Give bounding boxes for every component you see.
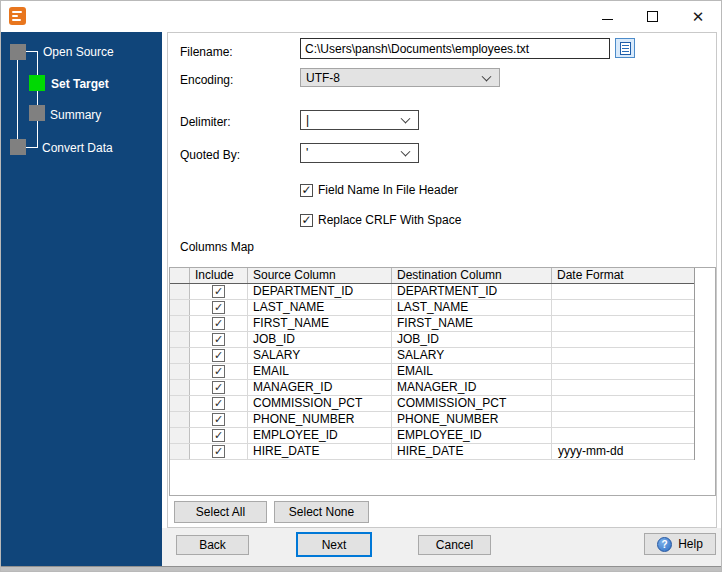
back-button[interactable]: Back (176, 535, 249, 555)
table-row: ✓SALARYSALARY (170, 348, 694, 364)
row-selector-cell[interactable] (170, 300, 190, 315)
encoding-label: Encoding: (180, 73, 233, 87)
source-column-cell[interactable]: COMMISSION_PCT (248, 396, 392, 411)
table-row: ✓EMAILEMAIL (170, 364, 694, 380)
row-selector-cell[interactable] (170, 348, 190, 363)
maximize-button[interactable] (635, 1, 669, 32)
minimize-button[interactable] (590, 1, 624, 32)
source-column-cell[interactable]: SALARY (248, 348, 392, 363)
include-checkbox[interactable]: ✓ (212, 381, 225, 394)
row-selector-cell[interactable] (170, 412, 190, 427)
date-format-cell[interactable] (552, 396, 694, 411)
date-format-header[interactable]: Date Format (552, 268, 694, 283)
destination-column-cell[interactable]: COMMISSION_PCT (392, 396, 552, 411)
source-column-cell[interactable]: LAST_NAME (248, 300, 392, 315)
destination-column-cell[interactable]: EMPLOYEE_ID (392, 428, 552, 443)
date-format-cell[interactable] (552, 316, 694, 331)
date-format-cell[interactable] (552, 412, 694, 427)
filename-input[interactable] (300, 38, 610, 59)
include-checkbox[interactable]: ✓ (212, 445, 225, 458)
date-format-cell[interactable] (552, 300, 694, 315)
date-format-cell[interactable] (552, 380, 694, 395)
table-row: ✓DEPARTMENT_IDDEPARTMENT_ID (170, 284, 694, 300)
row-selector-cell[interactable] (170, 396, 190, 411)
delimiter-value: | (306, 113, 309, 127)
quoted-by-select[interactable]: ' (300, 143, 419, 163)
table-row: ✓JOB_IDJOB_ID (170, 332, 694, 348)
source-column-header[interactable]: Source Column (248, 268, 392, 283)
include-checkbox[interactable]: ✓ (212, 317, 225, 330)
source-column-cell[interactable]: EMAIL (248, 364, 392, 379)
source-column-cell[interactable]: MANAGER_ID (248, 380, 392, 395)
source-column-cell[interactable]: JOB_ID (248, 332, 392, 347)
include-checkbox[interactable]: ✓ (212, 397, 225, 410)
row-selector-cell[interactable] (170, 444, 190, 459)
include-checkbox[interactable]: ✓ (212, 365, 225, 378)
include-checkbox[interactable]: ✓ (212, 349, 225, 362)
include-cell: ✓ (190, 364, 248, 379)
date-format-cell[interactable] (552, 348, 694, 363)
include-cell: ✓ (190, 300, 248, 315)
destination-column-cell[interactable]: MANAGER_ID (392, 380, 552, 395)
include-header[interactable]: Include (190, 268, 248, 283)
date-format-cell[interactable] (552, 332, 694, 347)
row-selector-cell[interactable] (170, 332, 190, 347)
row-selector-cell[interactable] (170, 284, 190, 299)
table-row: ✓MANAGER_IDMANAGER_ID (170, 380, 694, 396)
date-format-cell[interactable] (552, 364, 694, 379)
browse-file-button[interactable] (615, 38, 635, 58)
date-format-cell[interactable] (552, 428, 694, 443)
source-column-cell[interactable]: DEPARTMENT_ID (248, 284, 392, 299)
destination-column-cell[interactable]: EMAIL (392, 364, 552, 379)
row-selector-cell[interactable] (170, 364, 190, 379)
step-connector-line (37, 51, 38, 147)
include-checkbox[interactable]: ✓ (212, 285, 225, 298)
cancel-button[interactable]: Cancel (418, 535, 491, 555)
include-cell: ✓ (190, 332, 248, 347)
date-format-cell[interactable] (552, 284, 694, 299)
minimize-icon (602, 19, 613, 20)
help-button[interactable]: ? Help (644, 533, 716, 555)
destination-column-cell[interactable]: LAST_NAME (392, 300, 552, 315)
select-none-button[interactable]: Select None (274, 501, 369, 523)
row-selector-cell[interactable] (170, 428, 190, 443)
destination-column-cell[interactable]: SALARY (392, 348, 552, 363)
help-icon: ? (657, 537, 672, 552)
include-checkbox[interactable]: ✓ (212, 333, 225, 346)
sidebar-step-set-target: Set Target (51, 77, 109, 91)
field-name-in-header-checkbox[interactable]: ✓ Field Name In File Header (300, 183, 458, 197)
destination-column-cell[interactable]: DEPARTMENT_ID (392, 284, 552, 299)
destination-column-cell[interactable]: JOB_ID (392, 332, 552, 347)
wizard-window: ✕ Open Source Set Target Summary Convert… (0, 0, 722, 572)
sidebar-step-convert-data: Convert Data (42, 141, 113, 155)
destination-column-cell[interactable]: FIRST_NAME (392, 316, 552, 331)
columns-map-section-label: Columns Map (180, 240, 254, 254)
close-button[interactable]: ✕ (681, 1, 715, 32)
encoding-value: UTF-8 (306, 71, 340, 85)
encoding-select[interactable]: UTF-8 (300, 68, 500, 87)
destination-column-cell[interactable]: PHONE_NUMBER (392, 412, 552, 427)
include-cell: ✓ (190, 412, 248, 427)
include-checkbox[interactable]: ✓ (212, 413, 225, 426)
row-selector-cell[interactable] (170, 380, 190, 395)
include-checkbox[interactable]: ✓ (212, 429, 225, 442)
chevron-down-icon (401, 114, 411, 124)
include-cell: ✓ (190, 396, 248, 411)
close-icon: ✕ (692, 8, 705, 26)
source-column-cell[interactable]: EMPLOYEE_ID (248, 428, 392, 443)
source-column-cell[interactable]: FIRST_NAME (248, 316, 392, 331)
destination-column-header[interactable]: Destination Column (392, 268, 552, 283)
table-row: ✓LAST_NAMELAST_NAME (170, 300, 694, 316)
next-button[interactable]: Next (296, 532, 372, 557)
destination-column-cell[interactable]: HIRE_DATE (392, 444, 552, 459)
replace-crlf-checkbox[interactable]: ✓ Replace CRLF With Space (300, 213, 461, 227)
select-all-button[interactable]: Select All (174, 501, 267, 523)
date-format-cell[interactable]: yyyy-mm-dd (552, 444, 694, 459)
row-selector-cell[interactable] (170, 316, 190, 331)
sidebar-step-open-source: Open Source (43, 45, 114, 59)
delimiter-select[interactable]: | (300, 110, 419, 130)
row-selector-header (170, 268, 190, 283)
source-column-cell[interactable]: HIRE_DATE (248, 444, 392, 459)
source-column-cell[interactable]: PHONE_NUMBER (248, 412, 392, 427)
include-checkbox[interactable]: ✓ (212, 301, 225, 314)
